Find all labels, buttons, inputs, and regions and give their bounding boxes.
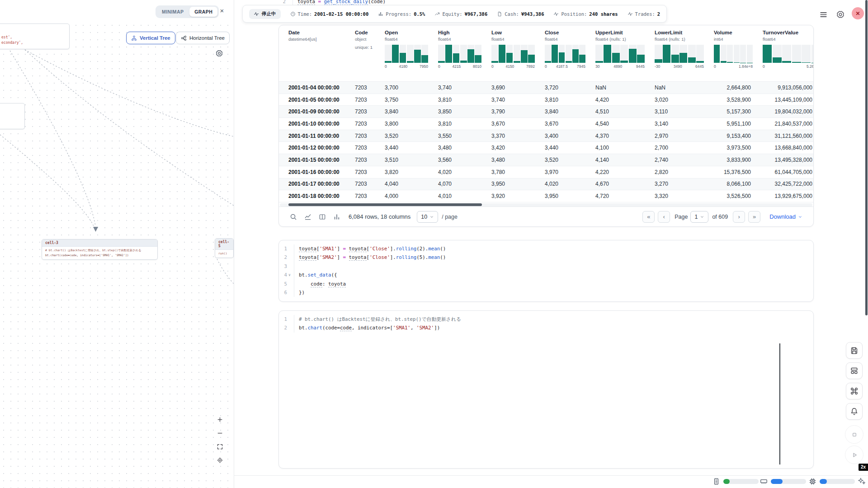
graph-node-cell-5[interactable]: cell-5 run() [215,238,234,258]
position-icon [553,11,559,17]
table-row: 2001-01-04 00:00:0072033,7003,7403,6903,… [279,82,813,94]
cell-high: 3,740 [438,84,491,91]
column-header-turnovervalue[interactable]: TurnoverValuefloat6405.26e+9 [763,30,814,81]
columns-view-icon[interactable] [319,213,326,221]
menu-hamburger-icon[interactable] [819,10,828,19]
cell-code: 7203 [355,145,385,151]
table-row: 2001-01-18 00:00:0072034,0004,0103,9203,… [279,190,813,202]
cell-date: 2001-01-12 00:00:00 [288,145,355,151]
code-line[interactable]: 2bt.chart(code=code, indicators=['SMA1',… [279,324,813,332]
table-row: 2001-01-11 00:00:0072033,5203,5503,3703,… [279,130,813,142]
cell-volume: 5,951,100 [714,121,763,127]
cell-volume: 8,066,100 [714,181,763,187]
cell-upperlimit: 4,720 [595,193,655,199]
next-page-button[interactable]: › [733,211,745,223]
command-palette-button[interactable] [846,383,863,399]
cell-lowerlimit: 3,270 [655,181,714,187]
locate-button[interactable] [214,455,225,465]
activity-icon [254,11,259,17]
cell-lowerlimit: 2,820 [655,169,714,175]
chart-view-icon[interactable] [304,213,311,221]
column-histogram [595,45,645,63]
cell-code: 7203 [355,121,385,127]
fit-view-button[interactable] [214,441,225,451]
run-button[interactable] [845,446,863,464]
close-panel-button[interactable]: × [218,7,226,14]
cell-code: 7203 [355,133,385,139]
empty-chart-axis-line [779,343,780,465]
notifications-bell-button[interactable] [846,403,863,420]
line-number: 2 [279,324,287,332]
page-size-select[interactable]: 10 [417,211,438,223]
clipped-code-line: est', [1,35,66,40]
tab-minimap[interactable]: MINIMAP [157,7,189,17]
column-header-lowerlimit[interactable]: LowerLimitfloat64 (nulls: 1)-3034906445 [655,30,714,81]
horizontal-tree-button[interactable]: Horizontal Tree [176,32,230,44]
prev-page-button[interactable]: ‹ [658,211,670,223]
column-charts-icon[interactable] [333,213,340,221]
code-cell-sma[interactable]: 1toyota['SMA1'] = toyota['Close'].rollin… [278,240,814,302]
cell-high: 3,550 [438,133,491,139]
save-button[interactable] [846,342,863,359]
column-header-low[interactable]: Lowfloat64041507892 [491,30,545,81]
first-page-button[interactable]: « [642,211,655,223]
column-header-open[interactable]: Openfloat64041807950 [385,30,438,81]
column-header-close[interactable]: Closefloat6404187.57945 [545,30,595,81]
dataframe-viewer: Datedatetime64[us]Codeobjectunique: 1Ope… [278,25,814,227]
cell-code: 7203 [355,157,385,163]
column-header-high[interactable]: Highfloat64042158010 [438,30,491,81]
column-histogram [491,45,535,63]
ai-sparkle-icon[interactable] [857,477,866,485]
tab-graph[interactable]: GRAPH [189,7,217,17]
graph-node-clipped[interactable]: est', econdary', [0,23,70,49]
cell-open: 3,440 [385,145,438,151]
cell-low: 3,950 [491,181,545,187]
graph-node-clipped-2[interactable] [0,103,25,129]
zoom-out-button[interactable] [214,428,225,438]
code-line[interactable]: 1# bt.chart() はBacktestに登録され、bt.step()で自… [279,315,813,324]
fold-chevron-icon [287,315,292,324]
meter-fill [723,479,730,484]
code-line[interactable]: 4∨bt.set_data({ [279,271,813,279]
layout-button[interactable] [846,362,863,379]
graph-settings-gear-icon[interactable] [215,49,223,57]
table-row: 2001-01-17 00:00:0072034,0404,0703,9504,… [279,178,813,191]
column-header-code[interactable]: Codeobjectunique: 1 [355,30,385,81]
per-page-label: / page [442,214,458,220]
node-code-line: run() [218,251,230,256]
download-button[interactable]: Download [769,213,802,220]
stop-button[interactable] [845,425,863,444]
horizontal-tree-icon [181,35,187,41]
column-header-upperlimit[interactable]: UpperLimitfloat64 (nulls: 1)3048909445 [595,30,655,81]
code-line[interactable]: 3 [279,262,813,271]
cell-close: 3,720 [545,84,595,91]
row-count-summary: 6,084 rows, 18 columns [349,213,410,220]
page-scrollbar-thumb[interactable] [865,0,868,315]
column-header-volume[interactable]: Volumeint6401.84e+8 [714,30,763,81]
code-line[interactable]: 1toyota['SMA1'] = toyota['Close'].rollin… [279,244,813,253]
cell-date: 2001-01-10 00:00:00 [288,121,355,127]
line-number: 6 [279,288,287,297]
shutdown-button[interactable]: ✕ [852,7,864,19]
code-line[interactable]: 5 code: toyota [279,280,813,288]
settings-gear-icon[interactable] [836,10,845,19]
line-number: 1 [279,244,287,253]
vertical-tree-button[interactable]: Vertical Tree [126,32,175,44]
node-title: cell-3 [42,239,157,247]
code-line[interactable]: 2toyota['SMA2'] = toyota['Close'].rollin… [279,253,813,262]
scrollbar-thumb[interactable] [288,203,482,206]
status-item-cash: Cash:¥943,386 [497,11,544,17]
graph-node-cell-3[interactable]: cell-3 # bt.chart() はBacktestに登録され、bt.st… [42,239,158,260]
search-icon[interactable] [290,213,297,221]
zoom-in-button[interactable] [214,414,225,424]
last-page-button[interactable]: » [748,211,760,223]
cell-turnovervalue: 9,913,056,000 [763,84,814,91]
chevron-down-icon [429,215,434,219]
code-cell-chart[interactable]: 1# bt.chart() はBacktestに登録され、bt.step()で自… [278,310,814,469]
cell-volume: 3,526,500 [714,193,763,199]
table-row: 2001-01-12 00:00:0072033,4403,4803,4203,… [279,142,813,154]
code-line[interactable]: 6}) [279,288,813,297]
cell-lowerlimit: 3,020 [655,97,714,103]
page-number-select[interactable]: 1 [690,211,708,223]
column-header-date[interactable]: Datedatetime64[us] [288,30,355,81]
